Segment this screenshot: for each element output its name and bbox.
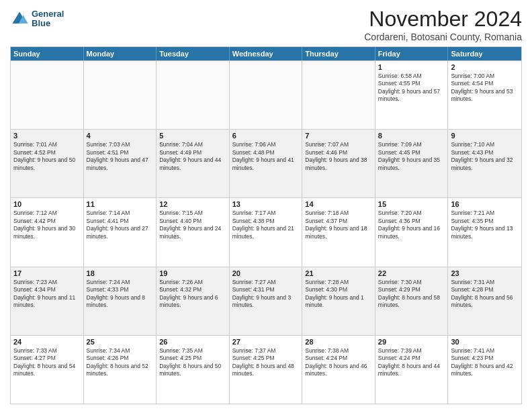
day-number: 26	[159, 338, 226, 346]
cal-cell: 2Sunrise: 7:00 AM Sunset: 4:54 PM Daylig…	[448, 61, 521, 129]
cal-cell: 25Sunrise: 7:34 AM Sunset: 4:26 PM Dayli…	[84, 336, 157, 404]
day-detail: Sunrise: 7:06 AM Sunset: 4:48 PM Dayligh…	[232, 141, 300, 172]
cal-cell: 27Sunrise: 7:37 AM Sunset: 4:25 PM Dayli…	[230, 336, 303, 404]
cal-cell: 24Sunrise: 7:33 AM Sunset: 4:27 PM Dayli…	[11, 336, 84, 404]
cal-cell: 10Sunrise: 7:12 AM Sunset: 4:42 PM Dayli…	[11, 198, 84, 266]
cal-cell: 17Sunrise: 7:23 AM Sunset: 4:34 PM Dayli…	[11, 267, 84, 335]
header-cell-friday: Friday	[375, 47, 449, 60]
cal-cell: 4Sunrise: 7:03 AM Sunset: 4:51 PM Daylig…	[84, 130, 157, 197]
day-detail: Sunrise: 7:41 AM Sunset: 4:23 PM Dayligh…	[451, 347, 519, 378]
day-detail: Sunrise: 7:24 AM Sunset: 4:33 PM Dayligh…	[87, 279, 154, 310]
day-detail: Sunrise: 7:04 AM Sunset: 4:49 PM Dayligh…	[159, 141, 226, 172]
day-number: 30	[451, 338, 519, 346]
day-detail: Sunrise: 7:10 AM Sunset: 4:43 PM Dayligh…	[451, 141, 519, 172]
day-number: 20	[232, 269, 300, 277]
day-detail: Sunrise: 7:33 AM Sunset: 4:27 PM Dayligh…	[13, 347, 81, 378]
day-detail: Sunrise: 7:23 AM Sunset: 4:34 PM Dayligh…	[13, 279, 81, 310]
day-detail: Sunrise: 7:28 AM Sunset: 4:30 PM Dayligh…	[305, 279, 372, 310]
day-number: 5	[159, 132, 226, 140]
cal-cell: 1Sunrise: 6:58 AM Sunset: 4:55 PM Daylig…	[375, 61, 449, 129]
week-row-3: 10Sunrise: 7:12 AM Sunset: 4:42 PM Dayli…	[11, 197, 521, 266]
day-number: 4	[87, 132, 154, 140]
day-detail: Sunrise: 7:00 AM Sunset: 4:54 PM Dayligh…	[451, 73, 519, 103]
day-detail: Sunrise: 7:21 AM Sunset: 4:35 PM Dayligh…	[451, 210, 519, 240]
cal-cell: 9Sunrise: 7:10 AM Sunset: 4:43 PM Daylig…	[448, 130, 521, 197]
day-number: 28	[305, 338, 372, 346]
day-number: 2	[451, 63, 519, 71]
month-title: November 2024	[364, 7, 522, 32]
day-number: 29	[378, 338, 445, 346]
day-detail: Sunrise: 7:34 AM Sunset: 4:26 PM Dayligh…	[87, 347, 154, 378]
cal-cell: 20Sunrise: 7:27 AM Sunset: 4:31 PM Dayli…	[230, 267, 303, 335]
location: Cordareni, Botosani County, Romania	[364, 32, 522, 42]
cal-cell: 15Sunrise: 7:20 AM Sunset: 4:36 PM Dayli…	[375, 198, 449, 266]
header-cell-sunday: Sunday	[11, 47, 84, 60]
day-detail: Sunrise: 7:26 AM Sunset: 4:32 PM Dayligh…	[159, 279, 226, 310]
day-detail: Sunrise: 7:37 AM Sunset: 4:25 PM Dayligh…	[232, 347, 300, 378]
cal-cell: 30Sunrise: 7:41 AM Sunset: 4:23 PM Dayli…	[448, 336, 521, 404]
day-number: 8	[378, 132, 445, 140]
cal-cell: 8Sunrise: 7:09 AM Sunset: 4:45 PM Daylig…	[375, 130, 449, 197]
day-number: 6	[232, 132, 300, 140]
logo: General Blue	[10, 9, 64, 29]
day-number: 10	[13, 200, 81, 208]
cal-cell: 22Sunrise: 7:30 AM Sunset: 4:29 PM Dayli…	[375, 267, 449, 335]
day-detail: Sunrise: 7:30 AM Sunset: 4:29 PM Dayligh…	[378, 279, 445, 310]
day-number: 17	[13, 269, 81, 277]
day-detail: Sunrise: 7:17 AM Sunset: 4:38 PM Dayligh…	[232, 210, 300, 240]
cal-cell: 19Sunrise: 7:26 AM Sunset: 4:32 PM Dayli…	[157, 267, 230, 335]
day-number: 11	[87, 200, 154, 208]
day-detail: Sunrise: 7:01 AM Sunset: 4:52 PM Dayligh…	[13, 141, 81, 172]
logo-line2: Blue	[32, 19, 64, 28]
logo-line1: General	[32, 9, 64, 19]
calendar-header: SundayMondayTuesdayWednesdayThursdayFrid…	[11, 47, 521, 60]
day-number: 1	[378, 63, 445, 71]
cal-cell: 12Sunrise: 7:15 AM Sunset: 4:40 PM Dayli…	[157, 198, 230, 266]
day-detail: Sunrise: 7:14 AM Sunset: 4:41 PM Dayligh…	[87, 210, 154, 240]
week-row-4: 17Sunrise: 7:23 AM Sunset: 4:34 PM Dayli…	[11, 267, 521, 335]
cal-cell: 18Sunrise: 7:24 AM Sunset: 4:33 PM Dayli…	[84, 267, 157, 335]
cal-cell: 13Sunrise: 7:17 AM Sunset: 4:38 PM Dayli…	[230, 198, 303, 266]
day-number: 25	[87, 338, 154, 346]
cal-cell: 28Sunrise: 7:38 AM Sunset: 4:24 PM Dayli…	[302, 336, 375, 404]
header: General Blue November 2024 Cordareni, Bo…	[10, 7, 522, 42]
day-detail: Sunrise: 7:38 AM Sunset: 4:24 PM Dayligh…	[305, 347, 372, 378]
cal-cell: 7Sunrise: 7:07 AM Sunset: 4:46 PM Daylig…	[302, 130, 375, 197]
day-detail: Sunrise: 7:31 AM Sunset: 4:28 PM Dayligh…	[451, 279, 519, 310]
day-detail: Sunrise: 7:15 AM Sunset: 4:40 PM Dayligh…	[159, 210, 226, 240]
day-number: 27	[232, 338, 300, 346]
day-number: 24	[13, 338, 81, 346]
day-detail: Sunrise: 7:35 AM Sunset: 4:25 PM Dayligh…	[159, 347, 226, 378]
day-number: 21	[305, 269, 372, 277]
header-cell-saturday: Saturday	[448, 47, 521, 60]
day-number: 18	[87, 269, 154, 277]
day-detail: Sunrise: 7:39 AM Sunset: 4:24 PM Dayligh…	[378, 347, 445, 378]
cal-cell: 11Sunrise: 7:14 AM Sunset: 4:41 PM Dayli…	[84, 198, 157, 266]
header-cell-monday: Monday	[84, 47, 157, 60]
week-row-1: 1Sunrise: 6:58 AM Sunset: 4:55 PM Daylig…	[11, 60, 521, 129]
day-number: 7	[305, 132, 372, 140]
day-detail: Sunrise: 7:20 AM Sunset: 4:36 PM Dayligh…	[378, 210, 445, 240]
day-number: 13	[232, 200, 300, 208]
logo-icon	[10, 9, 29, 28]
cal-cell: 14Sunrise: 7:18 AM Sunset: 4:37 PM Dayli…	[302, 198, 375, 266]
header-cell-thursday: Thursday	[302, 47, 375, 60]
title-block: November 2024 Cordareni, Botosani County…	[364, 7, 522, 42]
day-number: 14	[305, 200, 372, 208]
cal-cell: 26Sunrise: 7:35 AM Sunset: 4:25 PM Dayli…	[157, 336, 230, 404]
day-number: 9	[451, 132, 519, 140]
header-cell-tuesday: Tuesday	[157, 47, 230, 60]
week-row-5: 24Sunrise: 7:33 AM Sunset: 4:27 PM Dayli…	[11, 335, 521, 404]
cal-cell: 5Sunrise: 7:04 AM Sunset: 4:49 PM Daylig…	[157, 130, 230, 197]
cal-cell: 29Sunrise: 7:39 AM Sunset: 4:24 PM Dayli…	[375, 336, 449, 404]
logo-text: General Blue	[32, 9, 64, 29]
cal-cell: 21Sunrise: 7:28 AM Sunset: 4:30 PM Dayli…	[302, 267, 375, 335]
day-number: 3	[13, 132, 81, 140]
day-detail: Sunrise: 7:18 AM Sunset: 4:37 PM Dayligh…	[305, 210, 372, 240]
day-number: 19	[159, 269, 226, 277]
day-detail: Sunrise: 6:58 AM Sunset: 4:55 PM Dayligh…	[378, 73, 445, 103]
day-number: 16	[451, 200, 519, 208]
cal-cell	[157, 61, 230, 129]
day-number: 12	[159, 200, 226, 208]
cal-cell: 23Sunrise: 7:31 AM Sunset: 4:28 PM Dayli…	[448, 267, 521, 335]
